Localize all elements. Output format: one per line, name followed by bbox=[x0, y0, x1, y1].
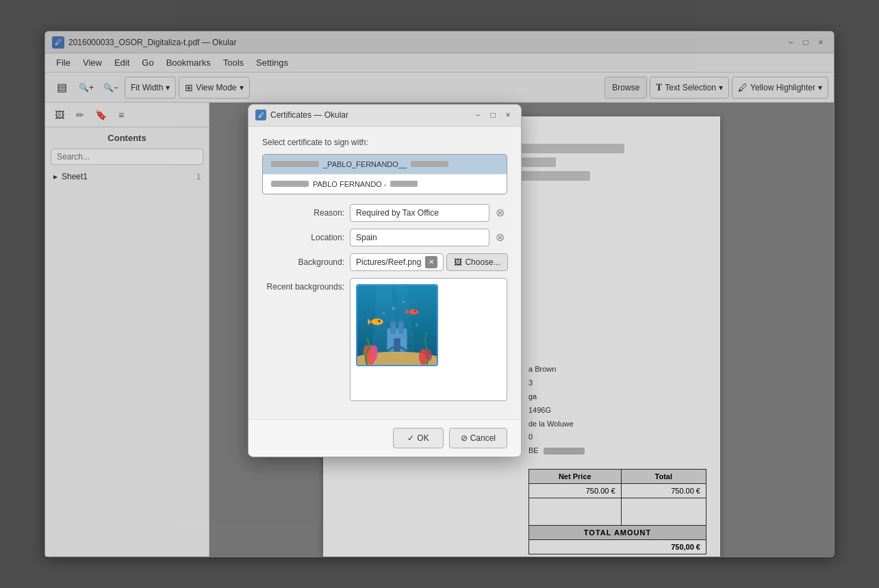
dialog-restore-button[interactable]: □ bbox=[487, 109, 499, 121]
background-label: Background: bbox=[262, 257, 344, 267]
recent-bg-thumb-1[interactable] bbox=[356, 284, 438, 366]
svg-rect-5 bbox=[390, 322, 396, 333]
certificate-item-2[interactable]: PABLO FERNANDO - bbox=[263, 175, 507, 194]
dialog-minimize-button[interactable]: − bbox=[472, 109, 484, 121]
reason-clear-button[interactable]: ⊗ bbox=[492, 205, 507, 220]
dialog-title-controls: − □ × bbox=[472, 109, 514, 121]
background-input-wrapper: Pictures/Reef.png ✕ 🖼 Choose... bbox=[350, 253, 508, 271]
cert1-name: _PABLO_FERNANDO__ bbox=[323, 160, 407, 168]
cert1-blurred-right bbox=[411, 161, 448, 167]
svg-point-20 bbox=[414, 310, 416, 311]
cert2-blurred-right bbox=[390, 181, 418, 187]
svg-rect-9 bbox=[394, 338, 400, 351]
background-row: Background: Pictures/Reef.png ✕ 🖼 Choose… bbox=[262, 253, 507, 271]
ok-label: OK bbox=[417, 433, 429, 443]
dialog-section-title: Select certificate to sign with: bbox=[262, 138, 507, 147]
choose-label: Choose... bbox=[465, 257, 500, 267]
reason-clear-icon: ⊗ bbox=[496, 206, 505, 219]
location-row: Location: ⊗ bbox=[262, 229, 507, 246]
cancel-icon: ⊘ bbox=[461, 433, 468, 443]
choose-icon: 🖼 bbox=[454, 257, 462, 267]
cert1-blurred-left bbox=[271, 161, 319, 167]
ok-icon: ✓ bbox=[407, 433, 414, 443]
svg-point-15 bbox=[371, 318, 383, 325]
dialog-content: Select certificate to sign with: _PABLO_… bbox=[249, 127, 521, 419]
dialog-overlay: 🖊 Certificates — Okular − □ × Select cer… bbox=[0, 0, 879, 588]
reason-label: Reason: bbox=[262, 208, 344, 218]
dialog-icon: 🖊 bbox=[255, 110, 266, 120]
underwater-svg bbox=[357, 285, 437, 365]
recent-backgrounds-row: Recent backgrounds: bbox=[262, 278, 507, 401]
location-label: Location: bbox=[262, 233, 344, 242]
recent-backgrounds-area bbox=[350, 278, 507, 401]
svg-point-12 bbox=[371, 345, 378, 361]
background-remove-button[interactable]: ✕ bbox=[425, 256, 437, 268]
certificate-list: _PABLO_FERNANDO__ PABLO FERNANDO - bbox=[262, 154, 507, 194]
location-clear-icon: ⊗ bbox=[496, 231, 505, 244]
location-input-wrapper: ⊗ bbox=[350, 229, 507, 246]
dialog-title-bar: 🖊 Certificates — Okular − □ × bbox=[249, 105, 521, 127]
location-clear-button[interactable]: ⊗ bbox=[492, 230, 507, 245]
certificate-item-1[interactable]: _PABLO_FERNANDO__ bbox=[263, 155, 507, 175]
recent-backgrounds-label: Recent backgrounds: bbox=[262, 278, 344, 292]
background-filename: Pictures/Reef.png bbox=[356, 257, 421, 267]
reason-input-wrapper: ⊗ bbox=[350, 204, 507, 222]
reason-input[interactable] bbox=[350, 204, 489, 222]
dialog-buttons: ✓ OK ⊘ Cancel bbox=[249, 419, 521, 457]
svg-point-17 bbox=[378, 320, 380, 322]
dialog-close-button[interactable]: × bbox=[502, 109, 514, 121]
background-field: Pictures/Reef.png ✕ bbox=[350, 253, 444, 271]
ok-button[interactable]: ✓ OK bbox=[393, 428, 443, 448]
reason-row: Reason: ⊗ bbox=[262, 204, 507, 222]
background-remove-icon: ✕ bbox=[429, 258, 434, 266]
cert2-name: PABLO FERNANDO - bbox=[313, 180, 386, 188]
cancel-label: Cancel bbox=[470, 433, 496, 443]
choose-button[interactable]: 🖼 Choose... bbox=[446, 253, 507, 271]
svg-rect-6 bbox=[398, 322, 404, 333]
certificates-dialog: 🖊 Certificates — Okular − □ × Select cer… bbox=[248, 104, 522, 457]
svg-point-18 bbox=[409, 309, 418, 314]
cancel-button[interactable]: ⊘ Cancel bbox=[449, 428, 507, 448]
dialog-title-left: 🖊 Certificates — Okular bbox=[255, 110, 348, 120]
location-input[interactable] bbox=[350, 229, 489, 246]
cert2-blurred-left bbox=[271, 181, 309, 187]
dialog-title: Certificates — Okular bbox=[270, 110, 348, 120]
